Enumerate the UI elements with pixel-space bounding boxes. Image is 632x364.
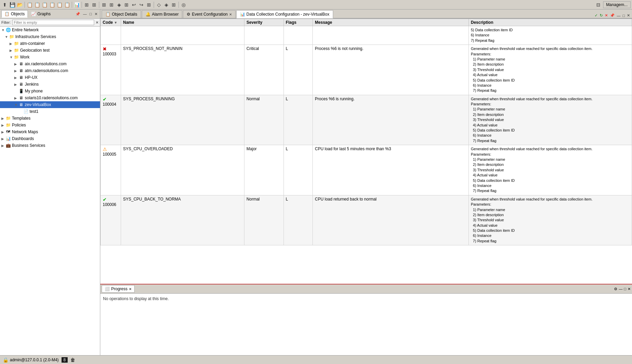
alarm-table-container[interactable]: Code ▼ Name Severity Flag <box>100 19 632 284</box>
expand-icon: ▶ <box>14 69 18 73</box>
tree-item-work[interactable]: ▼ 📁 Work <box>0 54 100 60</box>
toolbar-icon-19[interactable]: ⊞ <box>146 1 152 8</box>
expand-icon: ▶ <box>10 49 14 52</box>
tree-item-solaris10[interactable]: ▶ 🖥 solaris10.radensolutions.com <box>0 94 100 101</box>
tree-item-zev-virtualbox[interactable]: ▼ 🖥 zev-VirtualBox <box>0 101 100 108</box>
tab-ctrl-check[interactable]: ✓ <box>594 13 598 18</box>
tree-item-aix[interactable]: ▶ 🖥 aix.radensolutions.com <box>0 60 100 67</box>
alarm-browser-icon: 🔔 <box>146 12 151 17</box>
tree-item-atm-container[interactable]: ▶ 📁 atm-container <box>0 40 100 47</box>
toolbar-icon-5[interactable]: 📋 <box>34 1 40 8</box>
col-message[interactable]: Message <box>313 19 469 26</box>
col-description[interactable]: Description <box>469 19 632 26</box>
tab-ctrl-close[interactable]: ✕ <box>604 13 609 18</box>
tree-item-myphone[interactable]: 📱 My phone <box>0 88 100 94</box>
tree-item-atm[interactable]: ▶ 🖥 atm.radensolutions.com <box>0 67 100 74</box>
tab-ctrl-refresh[interactable]: ↻ <box>599 13 603 18</box>
toolbar-icon-21[interactable]: ◈ <box>163 1 170 8</box>
col-message-label: Message <box>315 20 332 25</box>
toolbar-icon-11[interactable]: ⊞ <box>83 1 90 8</box>
toolbar-icon-1[interactable]: ⬆ <box>1 1 8 8</box>
tree-item-business-services[interactable]: ▶ 💼 Business Services <box>0 142 100 149</box>
progress-tab-close-icon[interactable]: ✕ <box>129 287 132 291</box>
panel-close-icon[interactable]: ✕ <box>93 12 99 17</box>
toolbar-icon-23[interactable]: ◎ <box>180 1 187 8</box>
tab-progress[interactable]: ⬜ Progress ✕ <box>102 285 135 293</box>
bottom-panel-close-icon[interactable]: ✕ <box>628 287 631 291</box>
toolbar-icon-20[interactable]: ◇ <box>155 1 162 8</box>
panel-maximize-icon[interactable]: □ <box>88 12 93 17</box>
tab-ctrl-minimize[interactable]: — <box>616 13 621 18</box>
tab-ctrl-pin[interactable]: 📌 <box>609 13 615 18</box>
col-code[interactable]: Code ▼ <box>101 19 121 26</box>
col-name[interactable]: Name <box>121 19 244 26</box>
bottom-panel-settings-icon[interactable]: ⚙ <box>614 287 617 291</box>
tree-item-hp-ux[interactable]: ▶ 🖥 HP-UX <box>0 74 100 81</box>
toolbar-icon-14[interactable]: ⊞ <box>108 1 115 8</box>
tree-item-templates[interactable]: ▶ 📁 Templates <box>0 115 100 122</box>
toolbar-icon-3[interactable]: 📂 <box>16 1 23 8</box>
toolbar-icon-22[interactable]: ⊞ <box>170 1 177 8</box>
node-icon: 🖥 <box>18 61 24 67</box>
tab-graphs[interactable]: 📈 Graphs <box>28 10 54 18</box>
cell-code: ⚠ 100005 <box>101 145 121 195</box>
bottom-tab-controls: ⚙ — □ ✕ <box>614 287 631 291</box>
tab-alarm-browser[interactable]: 🔔 Alarm Browser <box>142 10 183 18</box>
tree-item-policies[interactable]: ▶ 📁 Policies <box>0 122 100 128</box>
node-label: solaris10.radensolutions.com <box>25 96 78 100</box>
filter-clear-icon[interactable]: ✕ <box>96 20 99 25</box>
toolbar-icon-12[interactable]: ⊞ <box>91 1 98 8</box>
bottom-panel-maximize-icon[interactable]: □ <box>624 287 626 291</box>
cell-name: SYS_CPU_OVERLOADED <box>121 145 244 195</box>
toolbar-icon-2[interactable]: 💾 <box>9 1 16 8</box>
bottom-panel-tabs: ⬜ Progress ✕ ⚙ — □ ✕ <box>100 284 632 294</box>
layout-icon[interactable]: ⊟ <box>595 1 602 8</box>
tab-ctrl-close2[interactable]: ✕ <box>626 13 631 18</box>
tree-item-dashboards[interactable]: ▶ 📊 Dashboards <box>0 135 100 142</box>
toolbar-icon-9[interactable]: 📋 <box>64 1 70 8</box>
tab-object-details[interactable]: 📋 Object Details <box>102 10 141 18</box>
col-code-label: Code <box>103 20 113 25</box>
col-flags[interactable]: Flags <box>284 19 313 26</box>
toolbar-icon-16[interactable]: ⊞ <box>123 1 130 8</box>
tab-objects[interactable]: 📋 Objects <box>1 10 28 18</box>
tab-event-config[interactable]: ⚙ Event Configuration ✕ <box>183 10 235 18</box>
toolbar-icon-8[interactable]: 📋 <box>56 1 63 8</box>
toolbar-icon-4[interactable]: 📋 <box>26 1 33 8</box>
right-panel: 📋 Object Details 🔔 Alarm Browser ⚙ Event… <box>100 10 632 355</box>
toolbar-icon-13[interactable]: ⊞ <box>101 1 107 8</box>
folder-icon: 📁 <box>5 116 11 121</box>
toolbar-icon-10[interactable]: 📊 <box>73 1 80 8</box>
management-button[interactable]: Managem... <box>603 1 631 8</box>
tab-label: Event Configuration <box>192 12 227 17</box>
panel-pin-icon[interactable]: 📌 <box>74 12 81 17</box>
data-collection-icon: 📊 <box>240 12 245 17</box>
cell-severity: Normal <box>244 195 284 245</box>
trash-icon[interactable]: 🗑 <box>70 357 75 363</box>
tab-data-collection[interactable]: 📊 Data Collection Configuration - zev-Vi… <box>236 10 333 18</box>
tree-item-entire-network[interactable]: ▼ 🌐 Entire Network <box>0 27 100 33</box>
network-icon: 🌐 <box>5 27 11 33</box>
panel-minimize-icon[interactable]: — <box>82 12 88 17</box>
col-description-label: Description <box>471 20 493 25</box>
toolbar-icon-17[interactable]: ↩ <box>131 1 137 8</box>
tree-item-network-maps[interactable]: ▶ 🗺 Network Maps <box>0 128 100 135</box>
tree-item-test1[interactable]: 📄 test1 <box>0 108 100 115</box>
filter-input[interactable] <box>12 20 95 25</box>
cell-code: ✖ 100003 <box>101 45 121 95</box>
toolbar-icon-15[interactable]: ◈ <box>116 1 122 8</box>
col-severity[interactable]: Severity <box>244 19 284 26</box>
toolbar-icon-7[interactable]: 📋 <box>49 1 55 8</box>
tree-item-jenkins[interactable]: ▶ 🖥 Jenkins <box>0 81 100 88</box>
tree-item-infrastructure[interactable]: ▼ 📁 Infrastructure Services <box>0 33 100 40</box>
tab-close-icon[interactable]: ✕ <box>229 13 232 16</box>
toolbar-icon-6[interactable]: 📋 <box>41 1 48 8</box>
tab-ctrl-maximize[interactable]: □ <box>622 13 626 18</box>
expand-icon: ▶ <box>14 83 18 86</box>
node-label: HP-UX <box>25 75 37 80</box>
tree-item-geolocation[interactable]: ▶ 📁 Geolocation test <box>0 47 100 54</box>
toolbar-sep-3 <box>82 2 82 8</box>
toolbar-icon-18[interactable]: ↪ <box>138 1 145 8</box>
bottom-panel-minimize-icon[interactable]: — <box>619 287 622 291</box>
expand-icon: ▶ <box>1 123 5 127</box>
